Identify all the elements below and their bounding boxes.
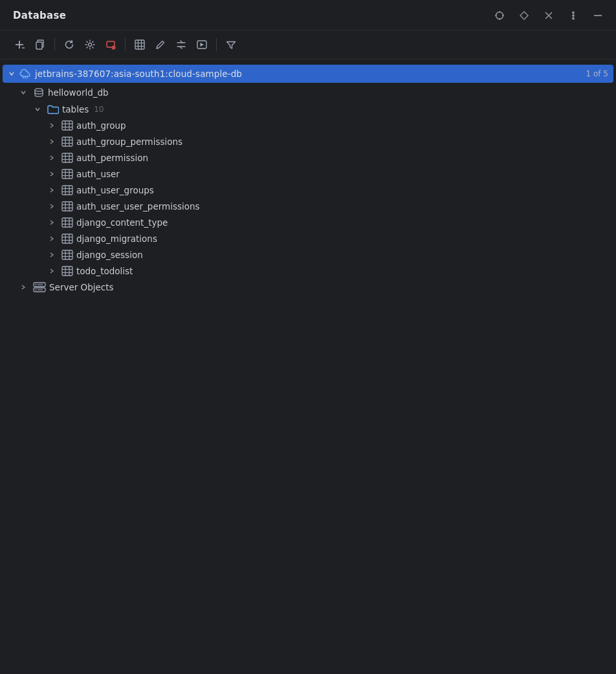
table-icon-7 [61, 234, 73, 244]
table-row[interactable]: auth_user_user_permissions [3, 199, 613, 214]
separator-2 [125, 38, 126, 51]
svg-rect-60 [62, 202, 72, 211]
svg-point-16 [89, 43, 92, 47]
svg-rect-22 [135, 40, 144, 49]
svg-rect-45 [62, 153, 72, 162]
svg-point-87 [36, 284, 37, 285]
panel-header: Database [0, 0, 616, 30]
database-row[interactable]: helloworld_db [3, 84, 613, 101]
table-name-9: todo_todolist [76, 266, 133, 276]
table-name-6: django_content_type [76, 217, 168, 228]
table-row[interactable]: todo_todolist [3, 263, 613, 279]
filter-icon [226, 39, 236, 50]
server-objects-chevron [18, 282, 28, 292]
table-chevron-3 [47, 169, 57, 179]
svg-point-8 [573, 15, 574, 16]
table-chevron-0 [47, 120, 57, 131]
table-row[interactable]: auth_user_groups [3, 182, 613, 198]
expand-collapse-icon[interactable] [516, 8, 532, 23]
table-row[interactable]: django_migrations [3, 231, 613, 246]
minimize-svg [593, 10, 603, 21]
table-name-0: auth_group [76, 120, 126, 131]
crosshair-icon[interactable] [492, 8, 507, 23]
connection-row[interactable]: jetbrains-387607:asia-south1:cloud-sampl… [3, 65, 613, 83]
table-icon-1 [61, 136, 73, 147]
more-options-icon[interactable] [566, 8, 581, 23]
copy-button[interactable] [31, 36, 49, 54]
separator-1 [54, 38, 55, 51]
refresh-button[interactable] [60, 36, 78, 54]
table-row[interactable]: auth_permission [3, 150, 613, 166]
table-name-1: auth_group_permissions [76, 136, 182, 147]
table-icon-3 [61, 169, 73, 179]
gear-icon [85, 39, 95, 50]
svg-marker-30 [201, 43, 204, 47]
console-button[interactable] [193, 36, 211, 54]
folder-icon [47, 104, 59, 114]
svg-rect-65 [62, 218, 72, 227]
grid-icon [135, 39, 145, 50]
table-row[interactable]: auth_user [3, 166, 613, 182]
database-panel: Database [0, 0, 616, 674]
svg-point-88 [36, 289, 37, 290]
close-svg [544, 10, 554, 21]
db-chevron [18, 87, 28, 98]
table-icon-2 [61, 153, 73, 163]
table-name-7: django_migrations [76, 234, 157, 244]
table-row[interactable]: django_session [3, 247, 613, 263]
grid-view-button[interactable] [131, 36, 149, 54]
server-objects-icon [33, 282, 46, 292]
svg-rect-70 [62, 234, 72, 243]
table-icon-6 [61, 217, 73, 228]
svg-point-7 [573, 12, 574, 13]
tables-count: 10 [94, 105, 104, 114]
console-icon [197, 39, 207, 50]
tree-area: jetbrains-387607:asia-south1:cloud-sampl… [0, 60, 616, 674]
panel-title: Database [13, 10, 66, 21]
close-icon[interactable] [541, 8, 556, 23]
disconnect-button[interactable] [102, 36, 120, 54]
svg-rect-50 [62, 169, 72, 179]
tables-label: tables [62, 104, 89, 114]
server-objects-row[interactable]: Server Objects [3, 279, 613, 295]
table-row[interactable]: auth_group [3, 118, 613, 133]
svg-point-0 [496, 12, 503, 19]
edit-icon [155, 39, 166, 50]
settings-button[interactable] [81, 36, 99, 54]
table-chevron-8 [47, 250, 57, 260]
table-row[interactable]: auth_group_permissions [3, 134, 613, 149]
svg-rect-40 [62, 137, 72, 146]
add-button[interactable] [10, 36, 28, 54]
table-icon-4 [61, 185, 73, 195]
filter-button[interactable] [222, 36, 240, 54]
connection-chevron [6, 69, 17, 79]
diamond-svg [519, 10, 529, 21]
svg-rect-55 [62, 186, 72, 195]
table-icon-5 [61, 201, 73, 212]
svg-rect-75 [62, 250, 72, 259]
table-icon-0 [61, 120, 73, 131]
svg-rect-35 [62, 121, 72, 130]
connection-name: jetbrains-387607:asia-south1:cloud-sampl… [35, 69, 581, 79]
table-chevron-2 [47, 153, 57, 163]
connection-db-icon [19, 68, 31, 80]
table-chevron-9 [47, 266, 57, 276]
svg-rect-80 [62, 266, 72, 276]
table-chevron-5 [47, 201, 57, 212]
disconnect-icon [105, 39, 116, 50]
table-chevron-1 [47, 136, 57, 147]
server-objects-label: Server Objects [49, 282, 114, 292]
tables-chevron [32, 104, 43, 114]
table-name-8: django_session [76, 250, 143, 260]
table-row[interactable]: django_content_type [3, 215, 613, 230]
tables-folder-row[interactable]: tables 10 [3, 102, 613, 117]
table-name-5: auth_user_user_permissions [76, 201, 200, 212]
jump-button[interactable] [172, 36, 190, 54]
database-name: helloworld_db [48, 87, 109, 98]
refresh-icon [64, 39, 74, 50]
table-icon-9 [61, 266, 73, 276]
svg-point-34 [35, 89, 43, 91]
edit-button[interactable] [151, 36, 170, 54]
minimize-icon[interactable] [590, 8, 606, 23]
separator-3 [216, 38, 217, 51]
